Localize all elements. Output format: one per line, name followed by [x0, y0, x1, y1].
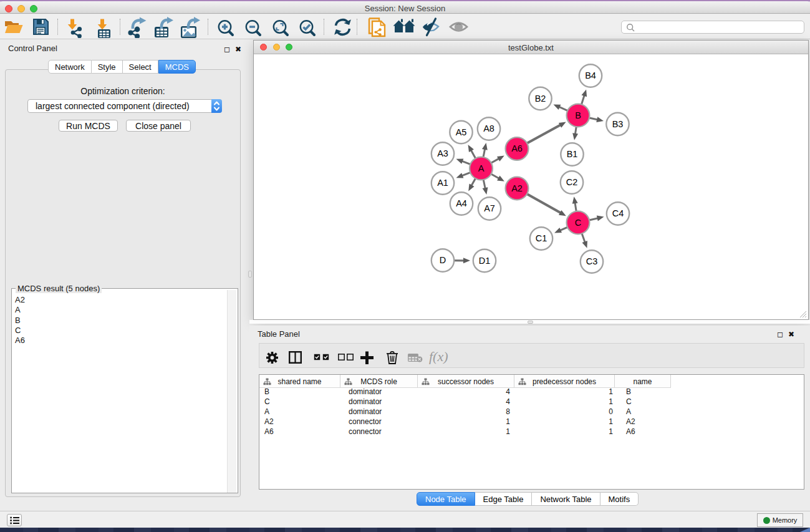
svg-text:A3: A3	[437, 148, 448, 158]
svg-text:C1: C1	[536, 233, 547, 243]
svg-text:C3: C3	[586, 256, 598, 266]
svg-text:C4: C4	[612, 208, 624, 218]
svg-text:A5: A5	[456, 127, 467, 137]
svg-text:D: D	[440, 255, 446, 265]
svg-text:A2: A2	[511, 183, 523, 193]
svg-text:B4: B4	[585, 70, 596, 80]
svg-text:B: B	[575, 110, 581, 120]
svg-text:A6: A6	[511, 143, 523, 153]
svg-text:A7: A7	[484, 203, 495, 213]
svg-text:D1: D1	[479, 256, 491, 266]
svg-text:C: C	[575, 218, 581, 228]
svg-text:B3: B3	[612, 119, 624, 129]
svg-text:B1: B1	[567, 149, 578, 159]
svg-text:A4: A4	[456, 198, 467, 208]
svg-text:A1: A1	[437, 178, 448, 188]
svg-text:A8: A8	[483, 123, 494, 133]
svg-text:A: A	[478, 163, 485, 173]
svg-text:B2: B2	[535, 94, 546, 104]
svg-text:C2: C2	[566, 177, 578, 187]
